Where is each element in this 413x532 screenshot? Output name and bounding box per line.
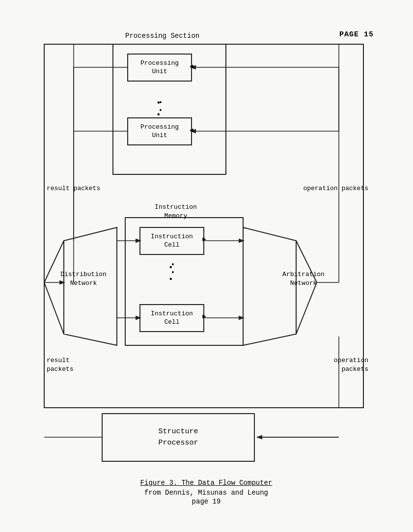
distribution-network-label: DistributionNetwork xyxy=(56,270,110,288)
instr-cell-2-arrow: ► xyxy=(202,313,206,320)
result-packets-bottom: resultpackets xyxy=(47,356,74,374)
processing-section-label: Processing Section xyxy=(125,32,199,40)
instruction-memory-label: InstructionMemory xyxy=(132,203,220,221)
arbitration-network-label: ArbitrationNetwork xyxy=(274,270,333,288)
figure-caption-line1: Figure 3. The Data Flow Computer xyxy=(29,479,383,487)
page: PAGE 15 • • • • xyxy=(0,0,413,532)
processing-unit-2-label: ProcessingUnit xyxy=(128,118,192,145)
proc-unit-1-arrow: ◄ xyxy=(190,63,193,70)
instr-cell-1-arrow: ► xyxy=(202,236,206,243)
operation-packets-bottom: operationpackets xyxy=(334,356,368,374)
diagram-svg: • • • • xyxy=(29,27,383,469)
figure-caption-line3: page 19 xyxy=(29,498,383,505)
diagram-area: • • • • xyxy=(29,27,383,489)
instr-dots: •• xyxy=(168,262,173,285)
structure-processor-label: StructureProcessor xyxy=(102,414,254,461)
processing-unit-1-label: ProcessingUnit xyxy=(128,54,192,81)
proc-unit-2-arrow: ◄ xyxy=(190,127,193,134)
figure-caption: Figure 3. The Data Flow Computer from De… xyxy=(29,479,383,505)
operation-packets-top: operation packets xyxy=(303,184,368,193)
result-packets-top: result packets xyxy=(47,184,100,193)
svg-rect-0 xyxy=(44,44,363,408)
figure-caption-line2: from Dennis, Misunas and Leung xyxy=(29,489,383,497)
proc-dots: •• xyxy=(156,97,161,121)
instruction-cell-1-label: InstructionCell xyxy=(140,227,204,254)
instruction-cell-2-label: InstructionCell xyxy=(140,305,204,332)
